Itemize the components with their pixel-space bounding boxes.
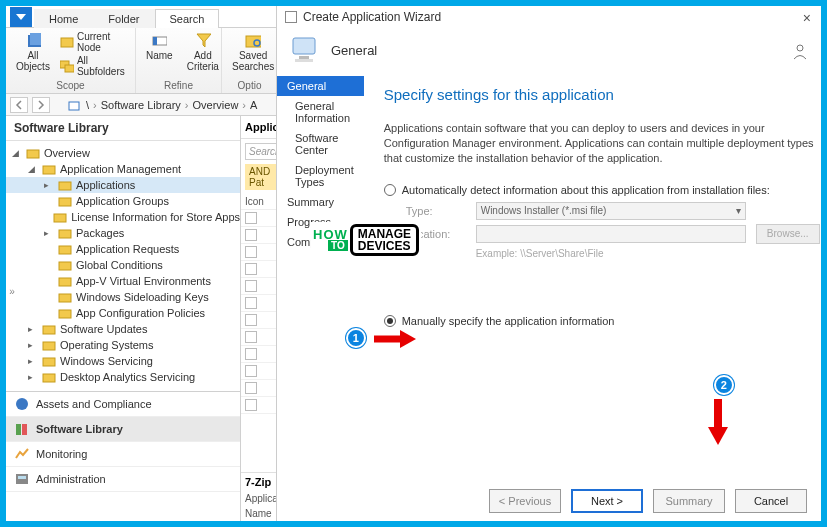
create-application-wizard: Create Application Wizard × General Gene… bbox=[276, 6, 821, 521]
tree-item-label: Desktop Analytics Servicing bbox=[60, 371, 195, 383]
previous-button: < Previous bbox=[489, 489, 561, 513]
chevron-down-icon: ▾ bbox=[736, 205, 741, 216]
folder-icon bbox=[42, 338, 56, 352]
step-general-information[interactable]: General Information bbox=[277, 96, 364, 128]
nav-forward-button[interactable] bbox=[32, 97, 50, 113]
tree-item[interactable]: ▸Operating Systems bbox=[6, 337, 240, 353]
tree-item[interactable]: ▸App-V Virtual Environments bbox=[6, 273, 240, 289]
tree-item-label: Software Updates bbox=[60, 323, 147, 335]
node-icon bbox=[60, 34, 74, 50]
radio-auto[interactable] bbox=[384, 184, 396, 196]
expand-icon[interactable]: ▸ bbox=[28, 356, 38, 366]
expand-icon[interactable]: ◢ bbox=[28, 164, 38, 174]
navpane-assets[interactable]: Assets and Compliance bbox=[6, 392, 240, 417]
folder-icon bbox=[58, 178, 72, 192]
tree-item[interactable]: ▸Windows Servicing bbox=[6, 353, 240, 369]
expand-icon[interactable]: ▸ bbox=[28, 324, 38, 334]
expand-icon[interactable]: ▸ bbox=[44, 180, 54, 190]
tree-item-label: Application Requests bbox=[76, 243, 179, 255]
expand-icon[interactable]: ◢ bbox=[12, 148, 22, 158]
svg-rect-21 bbox=[43, 326, 55, 334]
all-subfolders-button[interactable]: All Subfolders bbox=[60, 54, 129, 78]
tree-item[interactable]: ▸Desktop Analytics Servicing bbox=[6, 369, 240, 385]
expand-icon[interactable]: ▸ bbox=[28, 340, 38, 350]
svg-rect-10 bbox=[27, 150, 39, 158]
folder-icon bbox=[58, 274, 72, 288]
app-icon bbox=[245, 399, 257, 411]
tree-item-label: Packages bbox=[76, 227, 124, 239]
svg-point-33 bbox=[797, 45, 803, 51]
tree-item-label: Application Groups bbox=[76, 195, 169, 207]
close-icon[interactable]: × bbox=[803, 10, 811, 26]
cancel-button[interactable]: Cancel bbox=[735, 489, 807, 513]
folder-icon bbox=[58, 306, 72, 320]
app-icon bbox=[245, 365, 257, 377]
annotation-badge-1: 1 bbox=[346, 328, 366, 348]
wizard-description: Applications contain software that you c… bbox=[384, 121, 820, 166]
ribbon-group-label: Scope bbox=[12, 79, 129, 91]
app-icon bbox=[245, 314, 257, 326]
tree-item[interactable]: ▸Applications bbox=[6, 177, 240, 193]
tab-folder[interactable]: Folder bbox=[93, 9, 154, 28]
app-icon bbox=[245, 263, 257, 275]
tree-item[interactable]: ◢Overview bbox=[6, 145, 240, 161]
wizard-icon bbox=[285, 11, 297, 23]
nav-back-button[interactable] bbox=[10, 97, 28, 113]
tree-item[interactable]: ▸Windows Sideloading Keys bbox=[6, 289, 240, 305]
app-icon bbox=[245, 382, 257, 394]
expand-icon[interactable]: ▸ bbox=[44, 228, 54, 238]
tab-home[interactable]: Home bbox=[34, 9, 93, 28]
svg-rect-6 bbox=[153, 37, 157, 45]
svg-rect-24 bbox=[43, 374, 55, 382]
svg-rect-11 bbox=[43, 166, 55, 174]
radio-manual[interactable] bbox=[384, 315, 396, 327]
folder-icon bbox=[53, 210, 67, 224]
annotation-arrow-2 bbox=[706, 397, 730, 445]
add-criteria-button[interactable]: Add Criteria bbox=[183, 30, 223, 74]
all-objects-button[interactable]: All Objects bbox=[12, 30, 54, 74]
nav-tree[interactable]: ◢Overview◢Application Management▸Applica… bbox=[6, 141, 240, 391]
navpane-monitoring[interactable]: Monitoring bbox=[6, 442, 240, 467]
navpane-administration[interactable]: Administration bbox=[6, 467, 240, 492]
expand-icon[interactable]: ▸ bbox=[28, 372, 38, 382]
folder-icon bbox=[26, 146, 40, 160]
tree-item-label: License Information for Store Apps bbox=[71, 211, 240, 223]
browse-button: Browse... bbox=[756, 224, 820, 244]
step-general[interactable]: General bbox=[277, 76, 364, 96]
breadcrumb[interactable]: \› Software Library› Overview› A bbox=[86, 99, 257, 111]
tree-item[interactable]: ▸Software Updates bbox=[6, 321, 240, 337]
tree-item[interactable]: ▸Application Requests bbox=[6, 241, 240, 257]
svg-rect-12 bbox=[59, 182, 71, 190]
navpane-software-library[interactable]: Software Library bbox=[6, 417, 240, 442]
step-deployment-types[interactable]: Deployment Types bbox=[277, 160, 364, 192]
app-icon bbox=[245, 280, 257, 292]
current-node-button[interactable]: Current Node bbox=[60, 30, 129, 54]
folder-icon bbox=[58, 242, 72, 256]
app-menu-button[interactable] bbox=[10, 7, 32, 27]
folder-icon bbox=[42, 162, 56, 176]
tab-search[interactable]: Search bbox=[155, 9, 220, 28]
saved-searches-button[interactable]: Saved Searches bbox=[228, 30, 278, 74]
tree-item[interactable]: ▸Packages bbox=[6, 225, 240, 241]
name-button[interactable]: Name bbox=[142, 30, 177, 63]
ribbon-group-label: Refine bbox=[142, 79, 215, 91]
tree-item[interactable]: ▸App Configuration Policies bbox=[6, 305, 240, 321]
step-software-center[interactable]: Software Center bbox=[277, 128, 364, 160]
option-auto-detect[interactable]: Automatically detect information about t… bbox=[384, 184, 820, 196]
tree-item[interactable]: ▸Global Conditions bbox=[6, 257, 240, 273]
tree-item[interactable]: ▸License Information for Store Apps bbox=[6, 209, 240, 225]
folder-icon bbox=[42, 322, 56, 336]
type-label: Type: bbox=[406, 205, 466, 217]
svg-rect-13 bbox=[59, 198, 71, 206]
tag-icon bbox=[151, 32, 167, 48]
step-summary[interactable]: Summary bbox=[277, 192, 364, 212]
administration-icon bbox=[14, 471, 30, 487]
expand-handle[interactable]: » bbox=[6, 276, 18, 306]
tree-item-label: Application Management bbox=[60, 163, 181, 175]
svg-rect-27 bbox=[22, 424, 27, 435]
tree-item[interactable]: ◢Application Management bbox=[6, 161, 240, 177]
option-manual[interactable]: Manually specify the application informa… bbox=[384, 315, 820, 327]
tree-item-label: Global Conditions bbox=[76, 259, 163, 271]
next-button[interactable]: Next > bbox=[571, 489, 643, 513]
tree-item[interactable]: ▸Application Groups bbox=[6, 193, 240, 209]
